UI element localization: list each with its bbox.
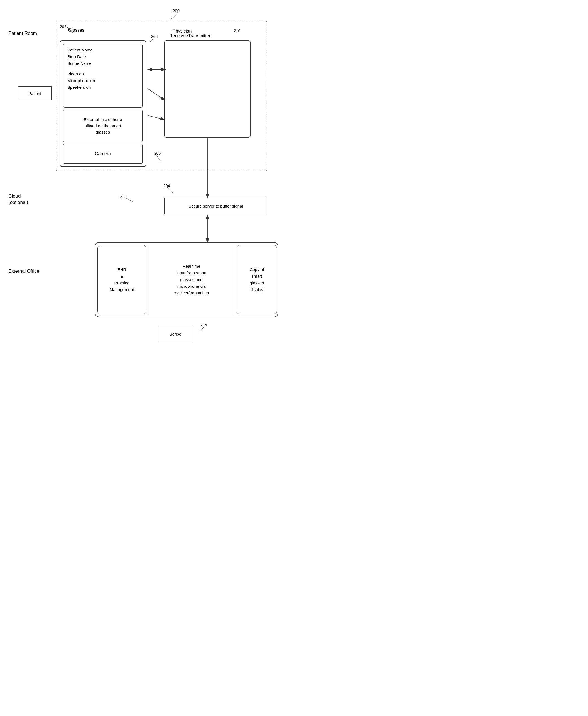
- ehr-text: EHR&PracticeManagement: [110, 266, 134, 293]
- receiver-box: [164, 40, 251, 138]
- ref-200-label: 200: [173, 8, 180, 13]
- figure-label: Fig. 2: [0, 0, 294, 8]
- patient-box: Patient: [18, 86, 51, 100]
- ref-206-label: 206: [154, 151, 161, 155]
- microphone-text: External microphoneaffixed on the smartg…: [84, 116, 122, 135]
- ref-214-label: 214: [201, 323, 207, 327]
- glasses-box: Patient Name Birth Date Scribe Name Vide…: [60, 40, 146, 167]
- cloud-server-box: Secure server to buffer signal: [164, 198, 267, 214]
- patient-room-label: Patient Room: [8, 30, 37, 36]
- copy-text: Copy ofsmartglassesdisplay: [250, 266, 264, 293]
- copy-display-box: Copy ofsmartglassesdisplay: [237, 245, 277, 314]
- cloud-label: Cloud: [8, 193, 21, 199]
- birth-date-line: Birth Date: [67, 53, 139, 60]
- ref-208-label: 208: [151, 34, 158, 39]
- cloud-optional-label: (optional): [8, 200, 28, 205]
- speakers-on-line: Speakers on: [67, 84, 139, 91]
- physician-label: Physician: [173, 29, 192, 34]
- ref-212-label: 212: [120, 195, 126, 199]
- realtime-text: Real timeinput from smartglasses andmicr…: [173, 263, 209, 296]
- camera-box: Camera: [63, 144, 143, 164]
- receiver-label: Receiver/Transmitter: [169, 34, 210, 38]
- ref-210-label: 210: [234, 29, 240, 33]
- cloud-server-text: Secure server to buffer signal: [188, 204, 243, 209]
- microphone-box: External microphoneaffixed on the smartg…: [63, 110, 143, 142]
- patient-info-box: Patient Name Birth Date Scribe Name Vide…: [63, 44, 143, 108]
- scribe-box: Scribe: [159, 327, 192, 341]
- camera-text: Camera: [95, 151, 111, 156]
- patient-name-line: Patient Name: [67, 47, 139, 53]
- external-office-label: External Office: [8, 268, 39, 274]
- realtime-input-box: Real timeinput from smartglasses andmicr…: [149, 245, 234, 314]
- microphone-on-line: Microphone on: [67, 78, 139, 84]
- ref-202-label: 202: [60, 24, 66, 29]
- video-on-line: Video on: [67, 71, 139, 78]
- scribe-name-line: Scribe Name: [67, 60, 139, 67]
- ehr-box: EHR&PracticeManagement: [98, 245, 146, 314]
- glasses-label: Glasses: [68, 28, 84, 33]
- ref-204-label: 204: [163, 184, 170, 188]
- scribe-text: Scribe: [170, 332, 182, 337]
